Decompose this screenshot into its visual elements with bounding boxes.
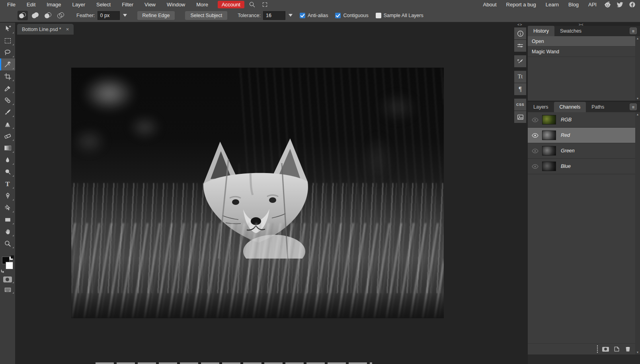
channels-panel-menu-icon[interactable]: ≡ [630,103,637,110]
menu-view[interactable]: View [139,0,161,9]
default-colors-icon[interactable] [10,255,14,260]
channel-row-blue[interactable]: Blue [528,159,635,174]
link-report-a-bug[interactable]: Report a bug [501,0,541,9]
sample-all-layers-checkbox-box[interactable] [376,13,381,18]
new-channel-icon[interactable] [613,346,620,352]
tab-paths[interactable]: Paths [586,102,610,112]
contiguous-checkbox[interactable]: Contiguous [335,13,368,18]
properties-panel-button[interactable] [514,40,526,52]
blur-tool[interactable] [0,154,15,166]
history-panel-menu-icon[interactable]: ≡ [630,27,637,34]
swap-colors-icon[interactable] [1,269,5,273]
twitter-icon[interactable] [616,1,624,8]
canvas-image[interactable] [71,68,444,318]
assets-panel-button[interactable] [514,111,526,123]
visibility-eye-icon[interactable] [528,164,542,169]
make-selection-icon[interactable] [597,346,598,353]
select-subject-button[interactable]: Select Subject [185,11,227,20]
zoom-tool[interactable] [0,237,15,249]
scroll-up-icon[interactable]: ▲ [636,113,639,116]
intersect-selection-mode-icon[interactable] [56,11,66,20]
search-icon[interactable] [248,0,257,9]
magic-wand-tool[interactable] [0,58,15,70]
spot-heal-tool[interactable] [0,94,15,106]
history-scrollbar[interactable]: ▲ ▼ [635,36,640,101]
tab-layers[interactable]: Layers [528,102,554,112]
clone-stamp-tool[interactable] [0,118,15,130]
link-api[interactable]: API [583,0,601,9]
paragraph-panel-button[interactable]: ¶ [514,83,526,95]
eyedropper-tool[interactable] [0,82,15,94]
history-item-open[interactable]: Open [528,36,635,47]
css-panel-button[interactable]: CSS [514,99,526,111]
rectangle-tool[interactable] [0,214,15,226]
channel-row-green[interactable]: Green [528,143,635,159]
scroll-down-icon[interactable]: ▼ [636,351,639,354]
crop-tool[interactable] [0,70,15,82]
channel-row-rgb[interactable]: RGB [528,112,635,128]
move-tool[interactable] [0,23,15,35]
channels-scrollbar[interactable]: ▲ ▼ [635,112,640,354]
hand-tool[interactable] [0,226,15,237]
history-panel: History Swatches ≡ Open Magic Wand ▲ ▼ [528,26,640,101]
document-tab-close-icon[interactable]: × [66,26,69,32]
menu-more[interactable]: More [191,0,214,9]
contiguous-checkbox-box[interactable] [335,13,341,18]
type-tool[interactable]: T [0,178,15,190]
reddit-icon[interactable] [604,1,611,8]
account-button[interactable]: Account [218,1,244,8]
document-tab[interactable]: Bottom Line.psd * × [17,24,74,35]
dodge-tool[interactable] [0,166,15,178]
sample-all-layers-checkbox[interactable]: Sample All Layers [376,13,423,18]
background-color[interactable] [6,262,13,269]
info-panel-button[interactable] [514,27,526,39]
gradient-tool[interactable] [0,142,15,154]
tolerance-dropdown-arrow[interactable] [289,14,293,17]
visibility-eye-icon[interactable] [528,132,542,138]
add-mask-icon[interactable] [602,347,609,352]
quick-mask-button[interactable] [0,274,15,284]
subtract-selection-mode-icon[interactable] [43,11,53,20]
visibility-eye-icon[interactable] [528,117,542,123]
menu-edit[interactable]: Edit [21,0,41,9]
pen-tool[interactable] [0,190,15,202]
scroll-up-icon[interactable]: ▲ [636,37,639,40]
menu-image[interactable]: Image [41,0,66,9]
anti-alias-checkbox[interactable]: Anti-alias [300,13,328,18]
delete-channel-icon[interactable] [624,346,631,352]
feather-input[interactable] [98,11,120,20]
visibility-eye-icon[interactable] [528,148,542,154]
link-learn[interactable]: Learn [541,0,564,9]
new-selection-mode-icon[interactable] [18,11,28,20]
direct-select-tool[interactable] [0,202,15,214]
feather-dropdown-arrow[interactable] [123,14,127,17]
eraser-tool[interactable] [0,130,15,142]
history-item-magic-wand[interactable]: Magic Wand [528,47,635,57]
brush-tool[interactable] [0,106,15,118]
tolerance-input[interactable] [263,11,285,20]
menu-file[interactable]: File [0,0,21,9]
menu-filter[interactable]: Filter [116,0,139,9]
tab-history[interactable]: History [528,26,554,36]
character-panel-button[interactable]: Tt [514,71,526,83]
channel-row-red[interactable]: Red [528,128,635,143]
add-selection-mode-icon[interactable] [30,11,41,20]
rectangle-select-tool[interactable] [0,35,15,47]
scroll-down-icon[interactable]: ▼ [636,97,639,100]
refine-edge-button[interactable]: Refine Edge [137,11,175,20]
tab-channels[interactable]: Channels [554,102,586,112]
menu-select[interactable]: Select [91,0,116,9]
tab-swatches[interactable]: Swatches [554,26,587,36]
fullscreen-icon[interactable] [260,0,270,9]
lasso-tool[interactable] [0,47,15,58]
keyboard-shortcuts-button[interactable] [0,284,15,295]
facebook-icon[interactable] [628,1,636,8]
menu-layer[interactable]: Layer [67,0,91,9]
link-about[interactable]: About [478,0,501,9]
menu-window[interactable]: Window [161,0,191,9]
color-swatches[interactable] [0,255,15,274]
anti-alias-checkbox-box[interactable] [300,13,305,18]
brush-settings-panel-button[interactable] [514,55,526,67]
collapse-left-handle[interactable]: <> [517,23,523,27]
link-blog[interactable]: Blog [564,0,583,9]
